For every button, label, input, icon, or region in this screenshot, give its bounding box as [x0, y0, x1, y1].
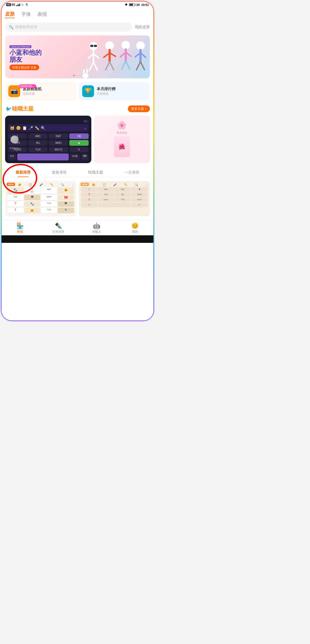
kb-key-jkl[interactable]: JKL: [28, 140, 48, 146]
flash-label: 闪光语录: [52, 230, 64, 234]
kb-key-def[interactable]: DEF: [49, 133, 68, 139]
waoh-section-header: 🐦 哇哦主题 更多主题 >: [5, 105, 150, 112]
hd-badge: HD: [6, 3, 11, 6]
kb-spacebar[interactable]: [17, 153, 69, 160]
kb-key-enter[interactable]: ■: [69, 140, 89, 146]
tab-font[interactable]: 字体: [21, 11, 31, 18]
svg-line-19: [122, 61, 126, 69]
banner-title: 小蓝和他的: [9, 49, 42, 56]
ai-icon: 🤖: [93, 223, 100, 229]
sk2-2: 🐻: [24, 195, 41, 200]
svg-line-20: [126, 61, 130, 69]
nav-flash[interactable]: ✒️ 闪光语录: [39, 223, 78, 234]
sk2r3-4: WXYZ: [131, 197, 148, 202]
sk4-1: ❗: [7, 208, 24, 213]
sk2-3: MNO: [41, 195, 57, 200]
svg-rect-7: [94, 45, 97, 47]
home-indicator-bar: [1, 235, 154, 243]
new-badge: 试试新功能～: [19, 84, 36, 88]
dot1: [73, 75, 75, 76]
kb-key-abc[interactable]: ABC: [28, 133, 48, 139]
kb-num-key[interactable]: 123: [8, 153, 16, 160]
skin-card-beige[interactable]: NEW 🐱 😊 📋 🎤 ✏️ 🔍 ⌄ 1 ABC DEF: [79, 181, 150, 216]
skin-card-cat[interactable]: NEW 🐱 😊 📋 🎤 ✏️ 🔍 ⌄ 🐾 1ABC DEF: [5, 181, 76, 216]
sk3-4: 🐻: [58, 201, 74, 207]
tab-skin[interactable]: 皮肤: [5, 11, 15, 18]
status-bar: HD 5G 📧 🐧 ✱ 28 10:51: [1, 1, 154, 8]
search-input-wrap[interactable]: 🔍 搜索精美皮肤: [5, 23, 132, 32]
banner-wrap[interactable]: + + XIAOLAN FRIENDS 小蓝和他的 朋友 哇哦主题皮肤 合集: [5, 35, 150, 78]
shop-icon: 🏪: [16, 223, 24, 229]
kb-emoji-row: 🐱 😊 📋 🎤 ✏️ 🔍: [10, 126, 45, 130]
nav-shop[interactable]: 🏪 商城: [1, 223, 39, 234]
sk3-3: TUV: [41, 201, 57, 207]
mine-icon: 😊: [131, 223, 139, 229]
theme-preview-row: -by~ 🐱 😊 📋 🎤 ✏️ 🔍 ⌄ 1 ABC: [5, 116, 150, 163]
skin2-row4: 0 🌸: [81, 203, 148, 207]
kb-key-mno[interactable]: MNO: [49, 140, 68, 146]
flower-icon: 🌸: [114, 120, 130, 130]
sk2r2-3: JKL: [115, 192, 131, 196]
ranking-card[interactable]: 🏆 本月排行榜 月度精选: [79, 82, 150, 100]
sk1-1: 🐾: [7, 187, 24, 194]
search-row: 🔍 搜索精美皮肤 我的皮肤: [5, 23, 150, 32]
sk2r3-2: PQRS: [98, 197, 114, 202]
skin-keyboard2: 🐱 😊 📋 🎤 ✏️ 🔍 ⌄ 1 ABC DEF ✖: [79, 181, 150, 210]
skin-row1: 🐾 1ABC DEF 🐱: [7, 187, 74, 194]
svg-point-29: [86, 68, 88, 74]
nav-mine[interactable]: 😊 我的: [116, 223, 154, 234]
bluetooth-icon: ✱: [125, 3, 127, 6]
dot2: [76, 75, 77, 76]
cat-tab-bundle[interactable]: 套装专区: [41, 168, 78, 177]
bar1: [16, 5, 17, 6]
ranking-text: 本月排行榜 月度精选: [97, 87, 116, 96]
kb-bottom-row: 123 中/英 ⌨: [8, 153, 89, 160]
cat-tab-yuan[interactable]: 一元专区: [114, 168, 150, 177]
kb-key-0[interactable]: 0: [69, 147, 89, 152]
bird-icon: 🐦: [5, 106, 11, 112]
sk2r4-extra: 🌸: [131, 203, 148, 207]
skin2-row3: ❗ PQRS TUV WXYZ: [81, 197, 148, 202]
tabs-row: 皮肤 字体 表情: [5, 8, 150, 20]
nav-ai[interactable]: 🤖 AI输入: [78, 223, 116, 234]
notification-icons: 📧 🐧: [21, 3, 28, 6]
ball-deco: [10, 136, 19, 144]
svg-point-9: [105, 41, 114, 50]
skin-maker-card[interactable]: 试试新功能～ 📷 皮肤制造机 定制专属: [5, 82, 76, 100]
svg-line-26: [140, 62, 145, 70]
skin-top-icons1: 🐱 😊 📋 🎤 ✏️ 🔍 ⌄: [7, 183, 74, 186]
waoh-title: 哇哦主题: [12, 105, 34, 112]
kb-emoji3: 📋: [22, 126, 27, 130]
cat-tab-waoh[interactable]: 哇哦主题: [78, 168, 114, 177]
kb-key-del[interactable]: ⌫: [69, 133, 89, 139]
cat-tab-newest[interactable]: 最新推荐: [5, 168, 41, 177]
keyboard-preview-dark[interactable]: -by~ 🐱 😊 📋 🎤 ✏️ 🔍 ⌄ 1 ABC: [5, 116, 91, 163]
sk2r4-0: 0: [81, 203, 98, 207]
tab-emoji[interactable]: 表情: [37, 11, 47, 18]
bottom-nav: 🏪 商城 ✒️ 闪光语录 🤖 AI输入 😊 我的: [1, 220, 154, 235]
skin-row3: ❓ 🐾 TUV 🐻: [7, 201, 74, 207]
category-tabs: 最新推荐 套装专区 哇哦主题 一元专区: [5, 168, 150, 177]
kb-key-tuv[interactable]: TUV: [28, 147, 48, 152]
kb-keyboard-key[interactable]: ⌨: [81, 153, 89, 160]
kb-grid: 1 ABC DEF ⌫ GHI JKL MNO ■ PQRS TUV WXYZ …: [8, 133, 89, 152]
skin-row4: ❗ 🐱 TUV 🐟: [7, 208, 74, 213]
sk1-2: 1ABC: [24, 187, 41, 194]
more-themes-btn[interactable]: 更多主题 >: [128, 105, 150, 112]
sk2r2-2: GHI: [98, 192, 114, 196]
kb-key-wxyz[interactable]: WXYZ: [49, 147, 68, 152]
sk1-3: DEF: [41, 187, 57, 194]
pink-theme-preview[interactable]: 🌸 和花迷走 🌺: [94, 116, 150, 163]
brand-label: XIAOLAN FRIENDS: [9, 45, 31, 48]
sk2-1: GHI: [7, 195, 24, 200]
banner-text-block: XIAOLAN FRIENDS 小蓝和他的 朋友 哇哦主题皮肤 合集: [9, 44, 42, 70]
skin-keyboard1: 🐱 😊 📋 🎤 ✏️ 🔍 ⌄ 🐾 1ABC DEF 🐱: [5, 181, 76, 216]
kb-emoji5: ✏️: [35, 126, 39, 130]
annotation-wrap: 最新推荐 套装专区 哇哦主题 一元专区: [5, 168, 150, 177]
sk3-2: 🐾: [24, 201, 41, 207]
my-skin-link[interactable]: 我的皮肤: [135, 25, 150, 30]
kb-lang-key[interactable]: 中/英: [70, 153, 80, 160]
skin-maker-icon: 📷: [8, 85, 20, 97]
kb-expand: ⌄: [84, 126, 86, 130]
dot-nav: [73, 75, 82, 76]
